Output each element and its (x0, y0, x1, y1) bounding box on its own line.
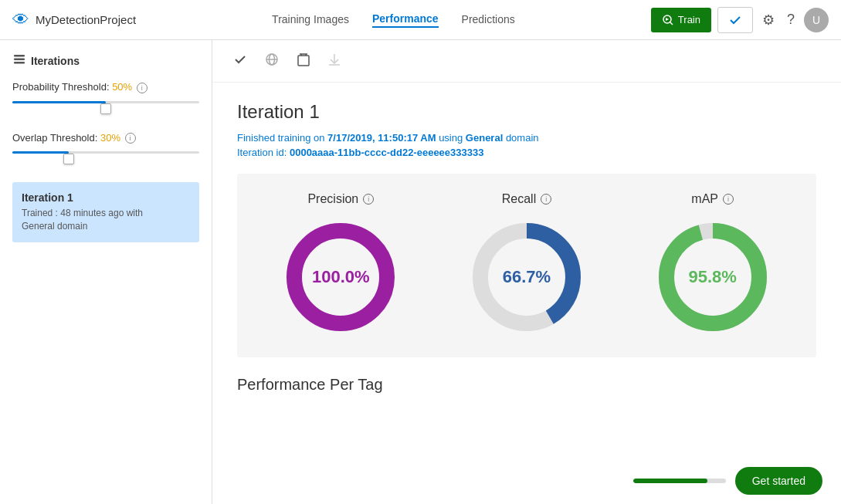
header: 👁 MyDetectionProject Training Images Per… (0, 0, 841, 40)
map-chart: 95.8% (651, 215, 775, 339)
nav-predictions[interactable]: Predictions (462, 13, 515, 27)
iteration-meta: Finished training on 7/17/2019, 11:50:17… (237, 132, 816, 144)
precision-label: Precision i (307, 192, 374, 206)
iteration-id: Iteration id: 0000aaaa-11bb-cccc-dd22-ee… (237, 147, 816, 158)
get-started-button[interactable]: Get started (735, 467, 822, 495)
main-content: Iteration 1 Finished training on 7/17/20… (212, 40, 841, 504)
logo-icon: 👁 (12, 10, 29, 30)
settings-icon[interactable]: ⚙ (759, 8, 778, 32)
performance-per-tag-title: Performance Per Tag (237, 376, 816, 394)
precision-value: 100.0% (312, 267, 370, 287)
probability-threshold-section: Probability Threshold: 50% i (12, 81, 199, 117)
overlap-slider-thumb[interactable] (63, 154, 74, 164)
logo-container: 👁 MyDetectionProject (12, 10, 136, 30)
map-metric: mAP i 95.8% (651, 192, 775, 339)
project-name: MyDetectionProject (36, 13, 136, 26)
svg-rect-2 (14, 55, 25, 57)
map-info-icon[interactable]: i (723, 194, 734, 205)
overlap-info-icon[interactable]: i (125, 133, 136, 144)
metrics-section: Precision i 100.0% Recall (237, 174, 816, 357)
metrics-grid: Precision i 100.0% Recall (256, 192, 798, 339)
svg-rect-4 (14, 62, 25, 64)
overlap-threshold-section: Overlap Threshold: 30% i (12, 132, 199, 167)
recall-label: Recall i (502, 192, 551, 206)
precision-info-icon[interactable]: i (363, 194, 374, 205)
layers-icon (12, 52, 26, 69)
probability-info-icon[interactable]: i (137, 83, 148, 93)
help-icon[interactable]: ? (784, 8, 798, 31)
precision-metric: Precision i 100.0% (279, 192, 402, 339)
avatar[interactable]: U (804, 8, 829, 32)
progress-fill (633, 479, 707, 483)
iterations-icon (12, 52, 26, 66)
bottom-bar: Get started (212, 458, 841, 504)
iteration-title: Iteration 1 (237, 101, 816, 123)
checkmark-icon (729, 14, 741, 26)
iteration-list-item[interactable]: Iteration 1 Trained : 48 minutes ago wit… (12, 182, 199, 242)
svg-rect-8 (298, 56, 309, 66)
svg-line-1 (670, 22, 673, 25)
probability-slider-thumb[interactable] (100, 103, 111, 114)
toolbar-globe-icon[interactable] (262, 49, 282, 73)
overlap-slider[interactable] (12, 151, 199, 167)
train-button[interactable]: Train (651, 8, 711, 32)
overlap-threshold-label: Overlap Threshold: 30% i (12, 132, 199, 144)
progress-bar (633, 479, 726, 483)
nav-performance[interactable]: Performance (372, 12, 439, 28)
layout: Iterations Probability Threshold: 50% i … (0, 40, 841, 504)
probability-threshold-label: Probability Threshold: 50% i (12, 81, 199, 93)
svg-rect-3 (14, 59, 25, 61)
probability-slider[interactable] (12, 101, 199, 117)
toolbar-delete-icon[interactable] (294, 49, 313, 73)
recall-value: 66.7% (503, 267, 551, 287)
content-toolbar (212, 40, 841, 83)
toolbar-download-icon[interactable] (325, 49, 344, 73)
header-actions: Train ⚙ ? U (651, 7, 829, 33)
sidebar-title: Iterations (12, 52, 199, 69)
precision-chart: 100.0% (279, 215, 402, 339)
check-button[interactable] (717, 7, 753, 33)
map-label: mAP i (691, 192, 734, 206)
iteration-description: Trained : 48 minutes ago with General do… (22, 207, 190, 233)
main-nav: Training Images Performance Predictions (151, 12, 636, 28)
recall-info-icon[interactable]: i (541, 194, 551, 205)
map-value: 95.8% (688, 267, 736, 287)
recall-chart: 66.7% (465, 215, 588, 339)
recall-metric: Recall i 66.7% (465, 192, 588, 339)
sidebar: Iterations Probability Threshold: 50% i … (0, 40, 212, 504)
toolbar-check-icon[interactable] (231, 50, 249, 72)
train-icon (662, 14, 674, 26)
nav-training-images[interactable]: Training Images (272, 13, 349, 27)
iteration-content: Iteration 1 Finished training on 7/17/20… (212, 83, 841, 504)
